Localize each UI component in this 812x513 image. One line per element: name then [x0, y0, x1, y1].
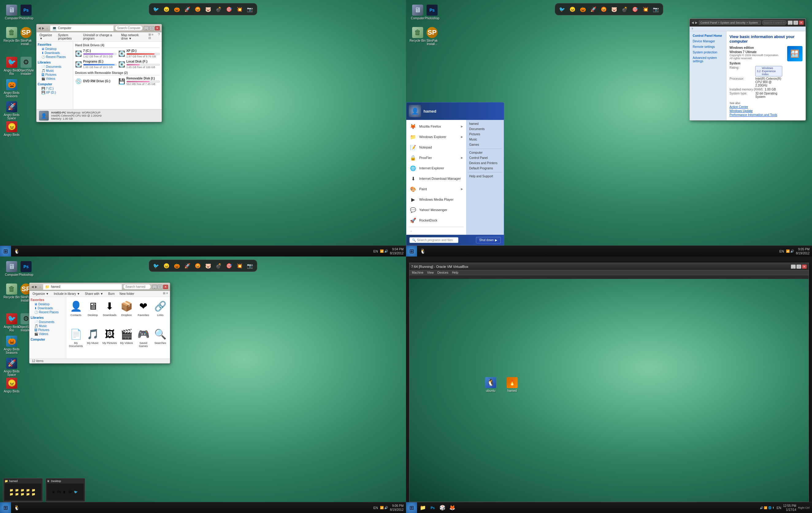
nav-forward[interactable]: ▶ — [42, 26, 45, 30]
dock-item-5[interactable]: 😡 — [193, 5, 202, 14]
start-button-q1[interactable]: ⊞ — [0, 246, 11, 257]
dock-q3-4[interactable]: 🚀 — [183, 261, 192, 270]
dock-item-8[interactable]: 🎯 — [225, 5, 234, 14]
sidebar-downloads[interactable]: ⬇ Downloads — [38, 51, 72, 55]
named-share[interactable]: Share with ▼ — [84, 292, 105, 296]
dock-q2-1[interactable]: 🐦 — [557, 5, 567, 14]
sidebar-c-drive[interactable]: 💾 7 (C:) — [38, 86, 72, 90]
folder-mypics[interactable]: 🖼 My Pictures — [103, 327, 117, 356]
sidebar-pictures[interactable]: 🖼 Pictures — [38, 73, 72, 77]
drive-d[interactable]: 💽 XP (D:) 1.87 GB free of 9.76 GB — [118, 49, 160, 58]
taskbar-penguin-q3[interactable]: 🐧 — [12, 503, 22, 512]
start-button-q3[interactable]: ⊞ — [0, 502, 11, 513]
vbox-maximize[interactable]: □ — [796, 265, 801, 269]
named-sidebar-recent[interactable]: 🕐 Recent Places — [31, 310, 65, 314]
smr-pictures[interactable]: Pictures — [466, 132, 504, 137]
preview-desktop[interactable]: 🖥 Desktop 🖥Ps🗑SP🐦 — [46, 478, 85, 502]
desktop-icon-ab-seasons[interactable]: 🎃 Angry Birds Seasons — [2, 79, 21, 98]
vbox-menu-machine[interactable]: Machine — [412, 271, 424, 274]
view-icons[interactable]: ⊞ ≡ ⊟ — [148, 33, 155, 41]
taskbar-ps-q4[interactable]: Ps — [428, 503, 437, 512]
sml-explorer[interactable]: 📁 Windows Explorer ▶ — [406, 132, 466, 142]
cp-device-manager[interactable]: Device Manager — [692, 39, 724, 44]
maximize-button[interactable]: □ — [149, 26, 154, 30]
sml-proxfier[interactable]: 🔒 ProxFier ▶ — [406, 153, 466, 163]
dock-item-9[interactable]: 💥 — [235, 5, 244, 14]
smr-documents[interactable]: Documents — [466, 127, 504, 132]
cp-home[interactable]: Control Panel Home — [692, 33, 724, 38]
taskbar-cube-q4[interactable]: 🎲 — [438, 503, 447, 512]
cp-protection[interactable]: System protection — [692, 50, 724, 55]
folder-mymusic[interactable]: 🎵 My Music — [86, 327, 100, 356]
minimize-button[interactable]: _ — [144, 26, 149, 30]
vbox-menu-help[interactable]: Help — [452, 271, 459, 274]
dock-q2-3[interactable]: 🎃 — [578, 5, 587, 14]
folder-favorites[interactable]: ❤ Favorites — [136, 299, 150, 325]
sml-yahoo[interactable]: 💬 Yahoo! Messenger — [406, 205, 466, 215]
dock-q2-5[interactable]: 😡 — [599, 5, 608, 14]
dock-item-2[interactable]: 😠 — [162, 5, 171, 14]
sml-ie[interactable]: 🌐 Internet Explorer — [406, 163, 466, 173]
named-maximize[interactable]: □ — [157, 285, 163, 289]
nav-up[interactable]: ▲ — [46, 26, 49, 30]
cp-maximize[interactable]: □ — [793, 21, 798, 25]
named-lib-docs[interactable]: 📄 Documents — [31, 320, 65, 324]
dock-q3-8[interactable]: 🎯 — [225, 261, 234, 270]
sml-more-arrow[interactable]: → — [406, 228, 466, 234]
vbox-menu-devices[interactable]: Devices — [437, 271, 448, 274]
cp-search-input[interactable] — [762, 20, 787, 25]
drive-f[interactable]: 💽 Local Disk (F:) 1.65 GB free of 100 GB — [118, 60, 160, 69]
cp-windows-update[interactable]: Windows Update — [729, 109, 803, 113]
smr-devices[interactable]: Devices and Printers — [466, 160, 504, 166]
cp-address-bar[interactable]: Control Panel > System and Security > Sy… — [699, 21, 761, 25]
drive-e[interactable]: 💽 Programs (E:) 1.00 GB free of 19.5 GB — [75, 60, 117, 69]
sidebar-desktop[interactable]: 🖥 Desktop — [38, 47, 72, 51]
vbox-icon-hamed[interactable]: 🔥 hamed — [503, 377, 521, 393]
dock-q3-3[interactable]: 🎃 — [172, 261, 181, 270]
dock-item-4[interactable]: 🚀 — [183, 5, 192, 14]
named-sidebar-desktop[interactable]: 🖥 Desktop — [31, 302, 65, 306]
folder-dropbox[interactable]: 📦 Dropbox — [119, 299, 134, 325]
start-button-q2[interactable]: ⊞ — [406, 246, 417, 257]
sml-rocketdock[interactable]: 🚀 RocketDock — [406, 215, 466, 225]
cp-minimize[interactable]: _ — [788, 21, 793, 25]
named-include[interactable]: Include in library ▼ — [53, 292, 81, 296]
desktop-icon-ab-space-q3[interactable]: 🚀 Angry Birds Space — [2, 358, 21, 376]
dock-item-1[interactable]: 🐦 — [151, 5, 161, 14]
start-search-bar[interactable]: 🔍 Search programs and files — [409, 237, 459, 243]
dock-q3-9[interactable]: 💥 — [235, 261, 244, 270]
preview-hamed[interactable]: 📁 hamed 📁📁📁📁📁 📁📁📁📁📁 — [3, 478, 43, 502]
drive-g[interactable]: 💿 DVD RW Drive (G:) — [75, 77, 117, 86]
smr-music[interactable]: Music — [466, 137, 504, 142]
smr-computer[interactable]: Computer — [466, 150, 504, 155]
vbox-icon-ubuntu[interactable]: 🐧 ubuntu — [482, 377, 500, 393]
folder-mydocs[interactable]: 📄 My Documents — [69, 327, 83, 356]
smr-games[interactable]: Games — [466, 142, 504, 147]
sml-wmp[interactable]: ▶ Windows Media Player — [406, 194, 466, 205]
desktop-icon-ps-q3[interactable]: Ps Photoshop — [17, 261, 35, 276]
map-network-menu[interactable]: Map network drive ▼ — [120, 33, 145, 41]
sidebar-videos[interactable]: 🎬 Videos — [38, 77, 72, 81]
named-sidebar-downloads[interactable]: ⬇ Downloads — [31, 306, 65, 310]
taskbar-penguin[interactable]: 🐧 — [12, 247, 22, 256]
desktop-icon-sp[interactable]: SP SlimPak Install... — [17, 27, 35, 46]
folder-savedgames[interactable]: 🎮 Saved Games — [136, 327, 150, 356]
smr-help[interactable]: Help and Support — [466, 174, 504, 179]
dock-q3-1[interactable]: 🐦 — [151, 261, 161, 270]
dock-item-10[interactable]: 📷 — [245, 5, 255, 14]
smr-control-panel[interactable]: Control Panel — [466, 155, 504, 160]
named-lib-pics[interactable]: 🖼 Pictures — [31, 328, 65, 332]
search-input-q1[interactable] — [115, 25, 143, 31]
named-new-folder[interactable]: New folder — [118, 292, 136, 296]
uninstall-menu[interactable]: Uninstall or change a program — [82, 33, 117, 41]
cp-nav-back[interactable]: ◀ — [692, 21, 694, 24]
dock-q3-10[interactable]: 📷 — [245, 261, 255, 270]
dock-item-6[interactable]: 🐷 — [204, 5, 213, 14]
sidebar-recent[interactable]: 🕐 Recent Places — [38, 55, 72, 59]
organize-menu[interactable]: Organize ▼ — [38, 33, 54, 41]
taskbar-firefox-q4[interactable]: 🦊 — [448, 503, 457, 512]
nav-back[interactable]: ◀ — [38, 26, 41, 30]
system-properties-menu[interactable]: System properties — [57, 33, 79, 41]
smr-default-progs[interactable]: Default Programs — [466, 166, 504, 171]
address-bar[interactable]: 💻 Computer — [50, 25, 114, 31]
